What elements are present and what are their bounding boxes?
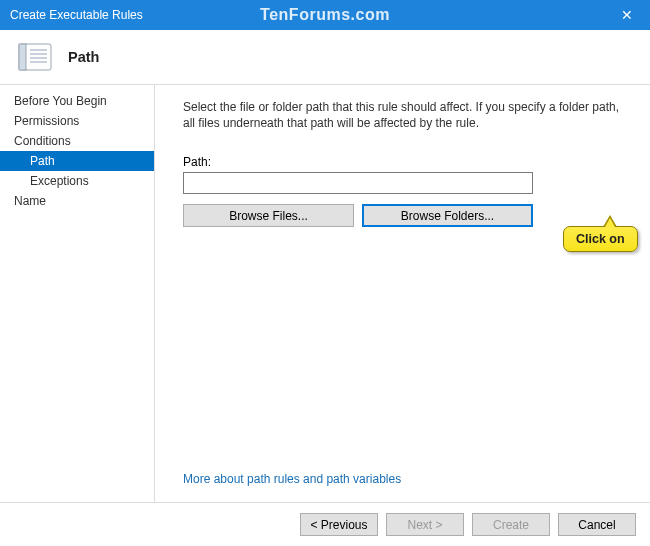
wizard-body: Before You Begin Permissions Conditions …: [0, 85, 650, 502]
close-icon: ✕: [621, 7, 633, 23]
next-button: Next >: [386, 513, 464, 536]
svg-rect-1: [19, 44, 26, 70]
create-button: Create: [472, 513, 550, 536]
description-text: Select the file or folder path that this…: [183, 99, 622, 131]
path-input[interactable]: [183, 172, 533, 194]
close-button[interactable]: ✕: [604, 0, 650, 30]
browse-files-button[interactable]: Browse Files...: [183, 204, 354, 227]
nav-conditions[interactable]: Conditions: [0, 131, 154, 151]
more-about-link[interactable]: More about path rules and path variables: [183, 472, 622, 486]
document-icon: [18, 41, 52, 73]
nav-before-you-begin[interactable]: Before You Begin: [0, 91, 154, 111]
path-label: Path:: [183, 155, 622, 169]
wizard-header: Path: [0, 30, 650, 85]
nav-name[interactable]: Name: [0, 191, 154, 211]
page-title: Path: [68, 49, 99, 65]
nav-permissions[interactable]: Permissions: [0, 111, 154, 131]
cancel-button[interactable]: Cancel: [558, 513, 636, 536]
window-title: Create Executable Rules: [10, 8, 143, 22]
browse-row: Browse Files... Browse Folders...: [183, 204, 622, 227]
callout-label: Click on: [563, 226, 638, 252]
titlebar: Create Executable Rules TenForums.com ✕: [0, 0, 650, 30]
nav-sidebar: Before You Begin Permissions Conditions …: [0, 85, 155, 502]
nav-exceptions[interactable]: Exceptions: [0, 171, 154, 191]
content-pane: Select the file or folder path that this…: [155, 85, 650, 502]
wizard-footer: < Previous Next > Create Cancel: [0, 502, 650, 546]
watermark-text: TenForums.com: [260, 6, 390, 24]
previous-button[interactable]: < Previous: [300, 513, 378, 536]
nav-path[interactable]: Path: [0, 151, 154, 171]
browse-folders-button[interactable]: Browse Folders...: [362, 204, 533, 227]
